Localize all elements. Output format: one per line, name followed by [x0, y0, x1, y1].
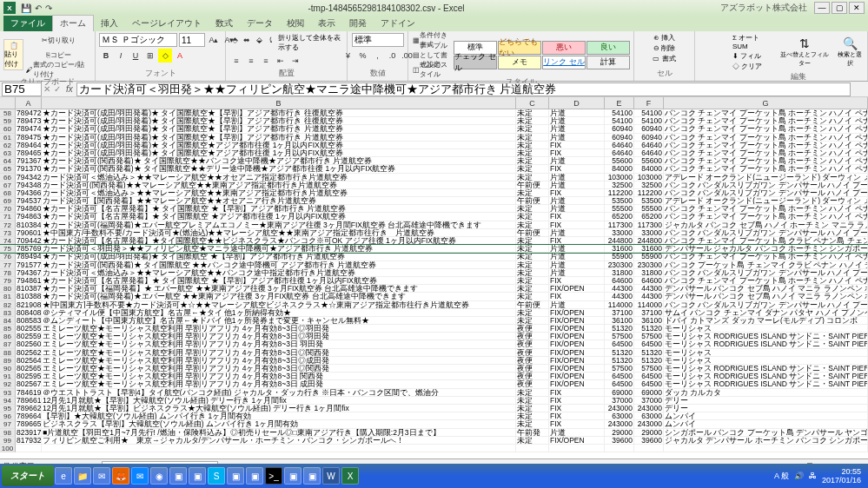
cell[interactable]: 821908 [16, 301, 42, 309]
cell[interactable]: 54100 [634, 117, 664, 125]
cell[interactable]: 794367 [16, 269, 42, 277]
save-icon[interactable]: 💾 [21, 3, 31, 13]
percent-icon[interactable]: % [356, 49, 370, 63]
cell[interactable]: ★カード決済可(成田/羽田発着)★ タイ国際航空★【早割】アジア都市行き 片道航… [42, 125, 516, 133]
cell[interactable]: エミレーツ航空★モーリシャス航空利用 早割リアフリカ 4ヶ月有効8~3日 成田発 [42, 380, 516, 388]
table-row[interactable]: 59789473★カード決済可(成田/羽田発着)★ タイ国際航空★【早割】アジア… [0, 117, 868, 125]
cell[interactable]: 789464 [16, 142, 42, 149]
cell[interactable]: モーリシャス [664, 325, 868, 333]
cell[interactable]: 57500 [634, 365, 664, 373]
currency-icon[interactable]: ¥ [341, 49, 355, 63]
cell[interactable]: 802567 [16, 380, 42, 388]
row-header[interactable]: 91 [0, 373, 16, 380]
cell[interactable]: 44300 [605, 285, 634, 293]
cell[interactable]: ＠シティマイル便【中国東方航空】名古屋←★タイ 他1ヶ所納得有効★ [42, 309, 516, 317]
format-cells-button[interactable]: ▭ 書式 [653, 54, 675, 63]
taskbar-skype-icon[interactable]: S [208, 467, 225, 485]
cell[interactable]: FIX [549, 149, 605, 157]
style-calc[interactable]: 計算 [586, 56, 630, 69]
cell[interactable]: FIX/OPEN [549, 317, 605, 325]
style-bad[interactable]: 悪い [542, 41, 586, 55]
cell[interactable]: 784619 [16, 389, 42, 397]
row-header[interactable]: 74 [0, 237, 16, 245]
cell[interactable]: 789494 [16, 253, 42, 260]
cell[interactable]: バンコク チェンマイ プーケット島 ホーチミン ハノイ ペナン島 ヤンゴン マン [664, 253, 868, 260]
row-header[interactable]: 58 [0, 109, 16, 117]
row-header[interactable]: 87 [0, 340, 16, 348]
cell[interactable]: バンコク バンダルスリブガワン デンパサール ハノイ プーケット島 ジャカル [664, 189, 868, 197]
cell[interactable]: 243000 [634, 420, 664, 428]
cell[interactable]: 片道 [549, 429, 605, 437]
table-row[interactable]: 92802567エミレーツ航空★モーリシャス航空利用 早割リアフリカ 4ヶ月有効… [0, 380, 868, 388]
cell[interactable]: 未定 [516, 405, 549, 412]
cell[interactable]: ■片道航空【羽田空1月~7月先行! /燃油・保険料込み】◎初売りセール◎□東南ア… [42, 429, 516, 437]
cell[interactable]: 244800 [634, 237, 664, 245]
cell[interactable]: 785769 [16, 245, 42, 253]
cell[interactable]: 片道 [549, 301, 605, 309]
row-header[interactable]: 70 [0, 205, 16, 213]
cell[interactable]: 夜便 [516, 365, 549, 373]
cell[interactable]: バンコク チェンマイ プーケット島 ホーチミン ハノイ ペナン島 ヤンゴン マン [664, 157, 868, 165]
cell[interactable]: 69000 [634, 389, 664, 397]
worksheet-grid[interactable]: ABCDEFG 58789472★カード決済可(成田/羽田発着)★ タイ国際航空… [0, 97, 868, 458]
fill-button[interactable]: ⬇ フィル [732, 51, 771, 61]
cell[interactable]: エミレーツ航空★モーリシャス航空利用 早割リアフリカ 4ヶ月有効8~3日◎成田発 [42, 357, 516, 365]
cell[interactable]: 57500 [634, 333, 664, 340]
cell[interactable]: 32500 [605, 181, 634, 189]
cell[interactable]: 55900 [634, 253, 664, 260]
table-row[interactable]: 75785769カード決済可＜羽田発＞★★フィリピン航空★マニラ途中降機可★アジ… [0, 245, 868, 253]
number-format-select[interactable] [352, 33, 404, 47]
cell[interactable]: 片道 [549, 205, 605, 213]
orientation-icon[interactable]: ⤹ [266, 33, 277, 47]
table-row[interactable]: 69794537カード決済可【関西発着】★★マレーシア航空★★オセアニア行き片道… [0, 197, 868, 205]
align-top-icon[interactable]: ⬘ [229, 33, 241, 47]
cell[interactable]: 未定 [516, 117, 549, 125]
maximize-button[interactable]: ▢ [832, 2, 847, 14]
cell[interactable]: 810384 [16, 221, 42, 229]
cell[interactable]: FIX/OPEN [549, 437, 605, 445]
cell[interactable]: デリー [664, 397, 868, 405]
cell[interactable]: ★カード決済可(福岡発着)★エバー航空プレミアムエコノミー★東南アジア往復 3ヶ… [42, 221, 516, 229]
cell[interactable]: ビジネスクラス【早割】大韓航空(ソウル経由) ムンバイ行き 1ヶ月間有効 [42, 420, 516, 428]
cancel-formula-icon[interactable]: ✕ [43, 84, 50, 94]
row-header[interactable]: 77 [0, 261, 16, 269]
cell[interactable]: 31800 [634, 269, 664, 277]
row-header[interactable]: 68 [0, 189, 16, 197]
row-header[interactable]: 66 [0, 174, 16, 181]
cell[interactable] [16, 445, 42, 452]
cell[interactable]: バンコク バンダルスリブガワン デンパサール ハノイ プーケット島 ジャカル [664, 269, 868, 277]
cell[interactable]: バンコク チェンマイ プーケット島 ホーチミン ハノイ ペナン島 ヤンゴン マン [664, 213, 868, 221]
cell[interactable] [42, 445, 516, 452]
cell[interactable]: ★カード決済可(成田/羽田発着)★ タイ国際航空★【早割】アジア都市行き 往復航… [42, 117, 516, 125]
cell[interactable]: 57500 [605, 333, 634, 340]
row-header[interactable]: 59 [0, 117, 16, 125]
cell[interactable]: 64500 [605, 373, 634, 380]
style-neutral[interactable]: どちらでもない [498, 41, 541, 55]
table-row[interactable]: 71794863★カード決済可【名古屋発着】★ タイ国際航空 ★アジア都市往復 … [0, 213, 868, 221]
table-row[interactable]: 100 [0, 445, 868, 452]
table-row[interactable]: 86802559エミレーツ航空★モーリシャス航空利用 早割リアフリカ 4ヶ月有効… [0, 333, 868, 340]
cell[interactable]: バンコク プーケット島 チェンマイ クラビ ペナン ハノイ チェンライ マンダレ [664, 261, 868, 269]
cell[interactable]: エミレーツ航空★モーリシャス航空利用 早割リアフリカ 4ヶ月有効8~3日 関西発 [42, 373, 516, 380]
cell[interactable]: 60940 [634, 125, 664, 133]
table-row[interactable]: 67794348カード決済可(関西発着)★★マレーシア航空★★東南アジア指定都市… [0, 181, 868, 189]
cell[interactable]: 789662 [16, 405, 42, 412]
cell[interactable]: 103000 [634, 174, 664, 181]
cell[interactable]: 片道 [549, 134, 605, 142]
cell[interactable]: 33000 [634, 229, 664, 237]
table-row[interactable]: 84808583＠ムンディート【中国東方航空】名古屋←★ドバイ 他1ヶ所発券まで… [0, 317, 868, 325]
taskbar-app5-icon[interactable]: ▣ [284, 467, 301, 485]
cell[interactable]: FIX/OPEN [549, 357, 605, 365]
column-header-G[interactable]: G [664, 97, 868, 109]
taskbar-outlook-icon[interactable]: ✉ [93, 467, 110, 485]
cell[interactable]: 53500 [634, 197, 664, 205]
row-header[interactable]: 97 [0, 420, 16, 428]
cell[interactable]: 114000 [605, 301, 634, 309]
taskbar-word-icon[interactable]: W [322, 467, 340, 485]
cell[interactable]: 未定 [516, 189, 549, 197]
ribbon-tab-4[interactable]: 数式 [209, 16, 240, 31]
cell[interactable]: ★カード決済可【名古屋発着】★ タイ国際航空 ★アジア都市往復 1ヶ月以内FIX… [42, 213, 516, 221]
cell[interactable]: 夜便 [516, 325, 549, 333]
start-button[interactable]: スタート [2, 465, 54, 486]
row-header[interactable]: 73 [0, 229, 16, 237]
